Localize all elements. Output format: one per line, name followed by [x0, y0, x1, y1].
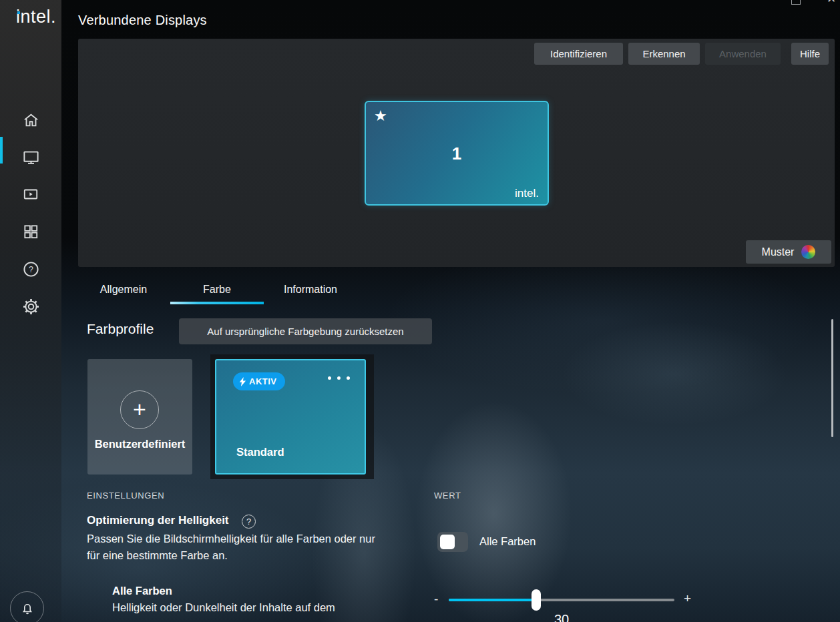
home-icon [22, 111, 40, 129]
reset-colors-button[interactable]: Auf ursprüngliche Farbgebung zurücksetze… [179, 318, 432, 344]
intel-logo-dot [17, 11, 20, 14]
brightness-setting-title: Optimierung der Helligkeit [87, 514, 229, 527]
custom-profile-label: Benutzerdefiniert [87, 438, 192, 450]
value-column-header: WERT [434, 491, 461, 501]
display-number: 1 [366, 143, 548, 164]
all-colors-description: Helligkeit oder Dunkelheit der Inhalte a… [112, 601, 335, 614]
close-button[interactable]: ✕ [826, 0, 837, 5]
standard-profile-label: Standard [236, 446, 284, 458]
add-profile-icon: + [120, 390, 159, 429]
color-wheel-icon [801, 245, 815, 259]
apps-grid-icon [22, 223, 39, 240]
identify-button[interactable]: Identifizieren [534, 43, 623, 65]
settings-column-header: EINSTELLUNGEN [87, 491, 164, 501]
intel-logo-text: intel. [16, 7, 56, 27]
brightness-slider-thumb[interactable] [532, 589, 541, 611]
sidebar-item-settings[interactable] [0, 292, 61, 321]
primary-display-star-icon: ★ [374, 107, 387, 125]
sidebar-item-apps[interactable] [0, 217, 61, 246]
brightness-increase-button[interactable]: + [684, 591, 691, 606]
color-profiles-heading: Farbprofile [87, 321, 154, 337]
toggle-knob [440, 535, 455, 549]
page-title: Verbundene Displays [78, 13, 207, 28]
intel-logo: intel. [16, 7, 56, 27]
active-badge-label: AKTIV [249, 376, 277, 386]
bell-icon [19, 601, 35, 617]
gear-icon [22, 298, 40, 316]
sidebar: intel. [0, 0, 61, 622]
tab-allgemein[interactable]: Allgemein [77, 275, 170, 304]
display-1-thumbnail[interactable]: ★ 1 intel. [365, 101, 549, 206]
brightness-decrease-button[interactable]: - [434, 592, 438, 607]
sidebar-item-help[interactable]: ? [0, 254, 61, 284]
brightness-value: 30 [449, 612, 674, 622]
help-icon: ? [22, 260, 40, 278]
notifications-button[interactable] [10, 591, 44, 622]
vertical-scrollbar-thumb[interactable] [831, 319, 833, 437]
sidebar-item-home[interactable] [0, 105, 61, 135]
pattern-button[interactable]: Muster [746, 240, 831, 264]
brightness-slider-fill [449, 599, 536, 601]
lightning-bolt-icon [239, 377, 246, 386]
apply-button: Anwenden [705, 43, 781, 65]
all-colors-toggle-label: Alle Farben [479, 535, 536, 548]
svg-text:?: ? [29, 265, 33, 274]
video-icon [22, 186, 39, 203]
maximize-button[interactable] [791, 0, 801, 5]
pattern-button-label: Muster [762, 246, 795, 258]
all-colors-toggle[interactable] [437, 532, 468, 552]
help-button[interactable]: Hilfe [791, 43, 829, 65]
standard-profile-card[interactable]: AKTIV Standard [215, 359, 366, 475]
display-intel-logo: intel. [515, 187, 539, 200]
detect-button[interactable]: Erkennen [628, 43, 700, 65]
more-options-icon[interactable] [328, 376, 350, 380]
brightness-slider[interactable] [449, 599, 674, 601]
intel-graphics-command-center: intel. [0, 0, 840, 622]
tab-information[interactable]: Information [264, 275, 357, 304]
active-badge: AKTIV [233, 372, 285, 390]
sidebar-item-displays[interactable] [0, 142, 61, 172]
display-icon [22, 148, 40, 166]
tab-farbe[interactable]: Farbe [170, 275, 264, 304]
brightness-help-icon[interactable]: ? [242, 515, 256, 529]
custom-profile-card[interactable]: + Benutzerdefiniert [87, 359, 192, 475]
sidebar-item-video[interactable] [0, 180, 61, 209]
all-colors-title: Alle Farben [112, 585, 172, 597]
active-tab-underline [170, 302, 264, 304]
brightness-setting-description: Passen Sie die Bildschirmhelligkeit für … [87, 531, 391, 564]
